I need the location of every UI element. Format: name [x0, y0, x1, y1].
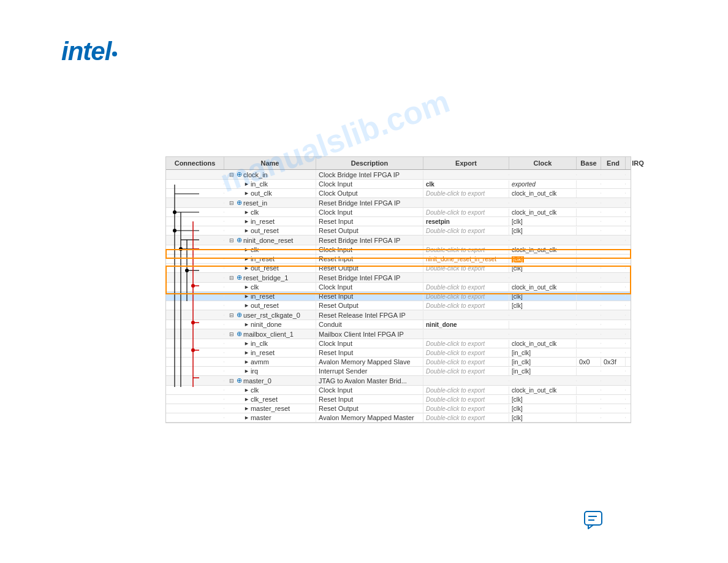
- clock-cell: [509, 277, 577, 278]
- table-row[interactable]: ► out_reset Reset Output Double-click to…: [166, 301, 631, 310]
- export-cell[interactable]: Double-click to export: [423, 227, 509, 235]
- irq-cell: [626, 249, 650, 250]
- description-cell: Mailbox Client Intel FPGA IP: [316, 330, 423, 339]
- description-cell: Reset Output: [316, 226, 423, 235]
- component-icon: ⊕: [237, 377, 242, 385]
- export-cell[interactable]: Double-click to export: [423, 302, 509, 310]
- export-cell[interactable]: Double-click to export: [423, 209, 509, 216]
- irq-cell: [626, 258, 650, 259]
- export-cell[interactable]: Double-click to export: [423, 414, 509, 422]
- table-row[interactable]: ⊟ ⊕ mailbox_client_1 Mailbox Client Inte…: [166, 329, 631, 339]
- export-cell[interactable]: Double-click to export: [423, 283, 509, 291]
- export-cell[interactable]: [423, 240, 509, 241]
- export-cell[interactable]: Double-click to export: [423, 340, 509, 348]
- irq-cell: [626, 277, 650, 278]
- table-row[interactable]: ► out_reset Reset Output Double-click to…: [166, 264, 631, 273]
- table-row[interactable]: ► in_reset Reset Input resetpin [clk]: [166, 217, 631, 226]
- table-row[interactable]: ► clk Clock Input Double-click to export…: [166, 386, 631, 395]
- export-cell[interactable]: Double-click to export: [423, 293, 509, 301]
- table-row[interactable]: ◄ clk_reset Reset Input Double-click to …: [166, 395, 631, 404]
- clock-cell: [in_clk]: [509, 358, 577, 366]
- table-row[interactable]: ► in_clk Clock Input clk exported: [166, 180, 631, 189]
- description-cell: Clock Input: [316, 339, 423, 348]
- col-header-end: End: [601, 157, 626, 169]
- table-row[interactable]: ⊟ ⊕ master_0 JTAG to Avalon Master Brid.…: [166, 376, 631, 386]
- table-row[interactable]: ► in_clk Clock Input Double-click to exp…: [166, 339, 631, 348]
- table-row[interactable]: ► ninit_done Conduit ninit_done: [166, 320, 631, 329]
- export-cell[interactable]: [423, 277, 509, 278]
- expand-icon[interactable]: ⊟: [229, 275, 234, 281]
- table-row[interactable]: ► clk Clock Input Double-click to export…: [166, 208, 631, 217]
- export-cell[interactable]: [423, 334, 509, 335]
- expand-icon[interactable]: ⊟: [229, 237, 234, 243]
- component-icon: ⊕: [237, 236, 242, 244]
- base-cell: [577, 221, 601, 222]
- export-cell[interactable]: [423, 202, 509, 204]
- clock-cell: clock_in_out_clk: [509, 246, 577, 254]
- export-cell[interactable]: ninit_done: [423, 321, 509, 329]
- end-cell: [601, 174, 626, 175]
- table-row[interactable]: ► avmm Avalon Memory Mapped Slave Double…: [166, 358, 631, 367]
- name-cell: ⊟ ⊕ user_rst_clkgate_0: [224, 310, 316, 320]
- table-row[interactable]: ⊟ ⊕ user_rst_clkgate_0 Reset Release Int…: [166, 310, 631, 320]
- expand-icon[interactable]: ⊟: [229, 331, 234, 337]
- clock-cell: [509, 240, 577, 241]
- col-header-description: Description: [316, 157, 423, 169]
- table-row[interactable]: ► in_reset Reset Input ninit_done_reset_…: [166, 255, 631, 264]
- export-cell[interactable]: [423, 315, 509, 316]
- export-cell[interactable]: clk: [423, 180, 509, 188]
- export-cell[interactable]: ninit_done_reset_in_reset: [423, 255, 509, 263]
- base-cell: [577, 315, 601, 316]
- clock-cell: [509, 324, 577, 325]
- table-row[interactable]: ◄ master_reset Reset Output Double-click…: [166, 404, 631, 413]
- irq-cell: [626, 296, 650, 297]
- row-name: reset_in: [243, 199, 267, 207]
- export-cell[interactable]: resetpin: [423, 218, 509, 226]
- export-cell[interactable]: Double-click to export: [423, 396, 509, 404]
- connections-cell: [166, 389, 224, 391]
- table-row[interactable]: ⊟ ⊕ reset_in Reset Bridge Intel FPGA IP: [166, 198, 631, 208]
- description-cell: Reset Release Intel FPGA IP: [316, 311, 423, 320]
- expand-icon[interactable]: ⊟: [229, 172, 234, 178]
- table-row[interactable]: ◄ master Avalon Memory Mapped Master Dou…: [166, 413, 631, 423]
- export-cell[interactable]: Double-click to export: [423, 367, 509, 375]
- table-row[interactable]: ► in_reset Reset Input Double-click to e…: [166, 292, 631, 301]
- row-name: out_reset: [251, 264, 279, 272]
- row-name: in_reset: [251, 293, 275, 300]
- export-cell[interactable]: Double-click to export: [423, 386, 509, 394]
- chat-icon[interactable]: [583, 510, 605, 532]
- name-cell: ► out_clk: [224, 189, 316, 197]
- table-row[interactable]: ► out_clk Clock Output Double-click to e…: [166, 189, 631, 198]
- col-header-irq: IRQ: [626, 157, 650, 169]
- export-cell[interactable]: [423, 174, 509, 175]
- export-cell[interactable]: Double-click to export: [423, 349, 509, 357]
- expand-icon[interactable]: ⊟: [229, 200, 234, 206]
- connections-cell: [166, 417, 224, 418]
- export-cell[interactable]: Double-click to export: [423, 358, 509, 366]
- row-name: avmm: [251, 358, 269, 366]
- table-row[interactable]: ► clk Clock Input Double-click to export…: [166, 245, 631, 255]
- table-row[interactable]: ⊟ ⊕ ninit_done_reset Reset Bridge Intel …: [166, 236, 631, 245]
- arrow-icon: ►: [244, 284, 249, 290]
- irq-cell: [626, 193, 650, 194]
- export-cell[interactable]: [423, 380, 509, 381]
- export-cell[interactable]: Double-click to export: [423, 190, 509, 197]
- table-row[interactable]: ► out_reset Reset Output Double-click to…: [166, 226, 631, 236]
- clock-cell: [509, 202, 577, 204]
- end-cell: [601, 334, 626, 335]
- table-row[interactable]: ⊟ ⊕ clock_in Clock Bridge Intel FPGA IP: [166, 170, 631, 180]
- connections-cell: [166, 183, 224, 185]
- export-cell[interactable]: Double-click to export: [423, 264, 509, 272]
- export-cell[interactable]: Double-click to export: [423, 246, 509, 254]
- export-cell[interactable]: Double-click to export: [423, 405, 509, 413]
- expand-icon[interactable]: ⊟: [229, 378, 234, 384]
- base-cell: [577, 343, 601, 344]
- irq-cell: [626, 315, 650, 316]
- table-row[interactable]: ► clk Clock Input Double-click to export…: [166, 283, 631, 292]
- name-cell: ► clk: [224, 245, 316, 254]
- table-row[interactable]: ⊟ ⊕ reset_bridge_1 Reset Bridge Intel FP…: [166, 273, 631, 283]
- table-row[interactable]: ► in_reset Reset Input Double-click to e…: [166, 348, 631, 358]
- expand-icon[interactable]: ⊟: [229, 312, 234, 318]
- table-row[interactable]: ► irq Interrupt Sender Double-click to e…: [166, 367, 631, 376]
- irq-cell: [626, 240, 650, 241]
